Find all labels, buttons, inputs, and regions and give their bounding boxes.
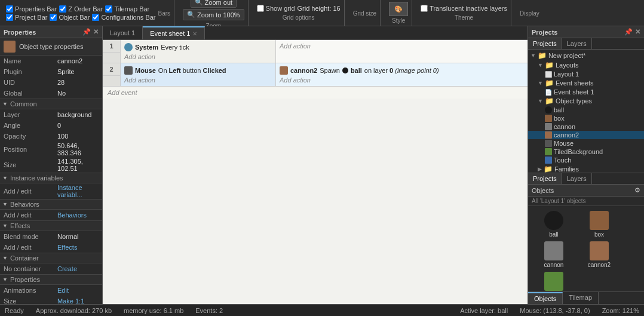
create-container-link[interactable]: Create [57, 265, 77, 272]
touch-tree-icon [545, 157, 552, 164]
project-bar-checkbox[interactable]: Project Bar [6, 14, 47, 21]
event-row-1: 1 System Every tick Add action Add actio… [103, 40, 528, 63]
tree-objecttypes[interactable]: ▼ 📁 Object types [528, 96, 644, 106]
object-type-header: Object type properties [0, 38, 102, 56]
projects-tabs: Projects Layers [528, 38, 644, 50]
sprite-properties: Animations Edit Size Make 1:1 Initial vi… [0, 285, 102, 304]
theme-label: Theme [421, 14, 507, 21]
event-1-add-action-btn[interactable]: Add action [280, 42, 524, 50]
tab-objects-bottom[interactable]: Objects [528, 292, 563, 304]
size-value: 141.305, 102.51 [57, 158, 99, 172]
objects-title: Objects [532, 187, 554, 194]
tab-layers-bottom[interactable]: Layers [562, 173, 592, 184]
effects-link[interactable]: Effects [57, 244, 77, 251]
event-1-actions: Add action [276, 40, 528, 63]
zoom-out-button[interactable]: 🔍 Zoom out [191, 0, 237, 8]
tree-tiled[interactable]: TiledBackground [528, 148, 644, 156]
event-2-conditions: Mouse On Left button Clicked Add action [121, 63, 276, 86]
behaviors-arrow: ▼ [2, 201, 8, 207]
common-section[interactable]: ▼ Common [0, 99, 102, 109]
projects-close-icon[interactable]: ✕ [635, 28, 640, 36]
tree-ball[interactable]: ball [528, 106, 644, 114]
properties-panel: Properties 📌 ✕ Object type properties Na… [0, 26, 103, 304]
zoom-out-icon: 🔍 [195, 0, 203, 6]
object-bar-checkbox[interactable]: Object Bar [50, 14, 90, 21]
tree-box[interactable]: box [528, 114, 644, 122]
tabs-bar: Layout 1 Event sheet 1 ✕ [103, 26, 528, 40]
layer-label: Layer [4, 111, 57, 118]
layer-value: background [57, 111, 92, 118]
tree-cannon2[interactable]: cannon2 [528, 131, 644, 139]
event-sheet: 1 System Every tick Add action Add actio… [103, 40, 528, 304]
obj-tile-box[interactable]: box [578, 211, 620, 238]
tab-projects[interactable]: Projects [528, 38, 562, 49]
effects-section[interactable]: ▼ Effects [0, 220, 102, 231]
status-events: Events: 2 [195, 307, 223, 314]
objects-settings-icon[interactable]: ⚙ [634, 186, 640, 194]
event-2-add-condition-btn[interactable]: Add action [124, 76, 272, 84]
tab-layout1[interactable]: Layout 1 [103, 26, 143, 39]
projects-title: Projects [532, 29, 557, 36]
properties-close-icon[interactable]: ✕ [93, 28, 99, 36]
tab-projects-bottom[interactable]: Projects [528, 173, 562, 184]
tree-eventsheet1[interactable]: 📄 Event sheet 1 [528, 88, 644, 96]
effects-properties: Blend mode Normal Add / edit Effects [0, 231, 102, 253]
grid-height-label: Grid height: 16 [298, 5, 341, 12]
properties-pin-icon[interactable]: 📌 [82, 28, 91, 36]
tree-root[interactable]: ▼ 📁 New project* [528, 51, 644, 60]
animations-link[interactable]: Edit [57, 287, 69, 294]
show-grid-checkbox[interactable]: Show grid [257, 5, 295, 12]
obj-tile-cannon[interactable]: cannon [533, 241, 575, 268]
event-2-cond-text: On Left button Clicked [158, 67, 226, 74]
add-event-row[interactable]: Add event [103, 87, 528, 99]
plugin-label: Plugin [4, 68, 57, 75]
instance-vars-section[interactable]: ▼ Instance variables [0, 173, 102, 183]
tree-families[interactable]: ▶ 📁 Families [528, 164, 644, 173]
zorder-bar-checkbox[interactable]: Z Order Bar [59, 5, 103, 13]
size-label2: Size [4, 161, 57, 168]
cannon2-tile-icon [590, 241, 609, 260]
size11-row: Size Make 1:1 [0, 296, 102, 304]
bars-row1: Properties Bar Z Order Bar Tilemap Bar [6, 5, 156, 13]
behaviors-link[interactable]: Behaviors [57, 211, 87, 219]
event-2-add-action-btn[interactable]: Add action [280, 76, 524, 84]
tree-eventsheets[interactable]: ▼ 📁 Event sheets [528, 78, 644, 88]
zoom-to-100-button[interactable]: 🔍 Zoom to 100% [183, 9, 244, 20]
tree-cannon[interactable]: cannon [528, 122, 644, 131]
behaviors-add-edit-label: Add / edit [4, 211, 57, 219]
tab-tilemap-bottom[interactable]: Tilemap [563, 292, 599, 304]
properties-bar-checkbox[interactable]: Properties Bar [6, 5, 57, 13]
opacity-value: 100 [57, 133, 68, 140]
status-ready: Ready [5, 307, 24, 314]
event-2-actions: cannon2 Spawn ball on layer 0 (image poi… [276, 63, 528, 86]
event-1-add-action-cond[interactable]: Add action [124, 53, 272, 61]
props-section[interactable]: ▼ Properties [0, 274, 102, 285]
config-bar-checkbox[interactable]: Configurations Bar [92, 14, 155, 21]
tree-layout1[interactable]: ⬜ Layout 1 [528, 70, 644, 78]
obj-tile-ball[interactable]: ball [533, 211, 575, 238]
position-row: Position 50.646, 383.346 [0, 142, 102, 157]
tree-layouts[interactable]: ▼ 📁 Layouts [528, 60, 644, 70]
mouse-tree-icon [545, 140, 552, 147]
translucent-checkbox[interactable]: Translucent inactive layers [421, 5, 507, 12]
tab-eventsheet1[interactable]: Event sheet 1 ✕ [143, 26, 205, 39]
projects-pin-icon[interactable]: 📌 [624, 28, 633, 36]
instance-vars-link[interactable]: Instance variabl... [57, 184, 99, 198]
cannon-tile-icon [544, 241, 563, 260]
behaviors-section[interactable]: ▼ Behaviors [0, 199, 102, 210]
container-section[interactable]: ▼ Container [0, 253, 102, 263]
tree-mouse[interactable]: Mouse [528, 139, 644, 148]
tab-layers[interactable]: Layers [562, 38, 592, 49]
obj-tile-cannon2[interactable]: cannon2 [578, 241, 620, 268]
obj-tile-tiled[interactable]: TiledBackground [533, 272, 575, 292]
tab-eventsheet1-close[interactable]: ✕ [192, 30, 197, 37]
ball-tree-icon [545, 106, 552, 113]
make-11-link[interactable]: Make 1:1 [57, 297, 84, 304]
ball-action-icon [342, 68, 348, 73]
tilemap-bar-checkbox[interactable]: Tilemap Bar [105, 5, 149, 13]
ball-tile-icon [544, 211, 563, 230]
display-label: Display [520, 10, 539, 17]
uid-label: UID [4, 79, 57, 86]
tree-touch[interactable]: Touch [528, 156, 644, 164]
blend-mode-label: Blend mode [4, 233, 57, 240]
